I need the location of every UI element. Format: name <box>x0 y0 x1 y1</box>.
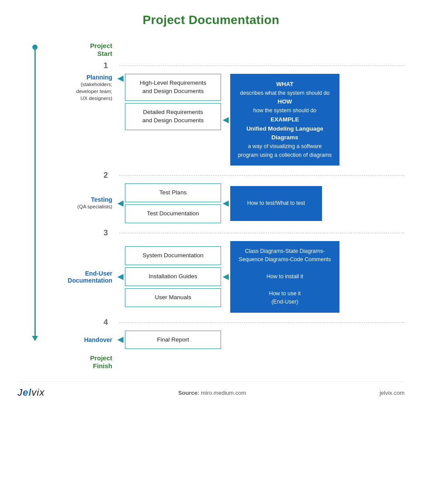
phase-row-4: Handover ◀ Final Report <box>52 331 405 349</box>
page-container: Project Documentation ProjectStart 1 <box>0 0 422 504</box>
start-dot <box>32 45 38 50</box>
phase-info-1: Planning (stakeholders;developer team;UX… <box>52 74 116 102</box>
title-prefix: Project <box>143 13 189 27</box>
sep-4: 4 <box>52 318 405 327</box>
doc-box-4-1: Final Report <box>125 331 221 349</box>
arrow-3b: ◀ <box>221 272 230 281</box>
info-1-what-desc: describes what the system should do <box>240 90 330 96</box>
info-3-use: How to use it(End-User) <box>269 290 301 305</box>
info-3-diagrams: Class Diagrams-State Diagrams-Sequence D… <box>239 248 331 262</box>
arrow-4: ◀ <box>116 335 125 344</box>
title-highlight: Documentation <box>189 13 280 27</box>
step-num-1: 1 <box>99 61 108 70</box>
arrow-3: ◀ <box>116 272 125 281</box>
timeline-line <box>35 49 36 340</box>
doc-box-1-1: High-Level Requirementsand Design Docume… <box>125 74 221 101</box>
arrow-1b: ◀ <box>221 115 230 124</box>
project-start-text: ProjectStart <box>90 42 112 57</box>
project-finish-label: ProjectFinish <box>52 354 116 370</box>
arrow-2: ◀ <box>116 199 125 208</box>
step-num-4: 4 <box>99 318 108 327</box>
info-2-text: How to test/What to test <box>247 199 305 207</box>
doc-box-2-1: Test Plans <box>125 183 221 202</box>
arrow-1: ◀ <box>116 74 125 83</box>
docs-col-2: Test Plans Test Documentation <box>125 183 221 223</box>
page-title: Project Documentation <box>17 13 405 27</box>
dashed-line-2 <box>119 175 405 176</box>
step-num-2: 2 <box>99 171 108 180</box>
footer-url: jelvix.com <box>380 390 405 396</box>
project-finish-text: ProjectFinish <box>90 354 112 369</box>
phase-info-4: Handover <box>52 336 116 343</box>
phase-subtitle-2: (QA specialists) <box>52 203 112 210</box>
sep-3: 3 <box>52 228 405 238</box>
footer: Jelvix Source: miro.medium.com jelvix.co… <box>17 381 405 398</box>
diagram: ProjectStart 1 Planning (stakeholders;de… <box>17 40 405 371</box>
phase-title-4: Handover <box>52 336 112 343</box>
dashed-line-4 <box>119 322 405 323</box>
phase-title-2: Testing <box>52 196 112 203</box>
source-url: miro.medium.com <box>201 390 246 396</box>
doc-box-3-1: System Documentation <box>125 246 221 265</box>
phase-subtitle-1: (stakeholders;developer team;UX designer… <box>52 81 112 102</box>
sep-1: 1 <box>52 61 405 70</box>
content-column: ProjectStart 1 Planning (stakeholders;de… <box>52 40 405 371</box>
info-1-example: EXAMPLE <box>270 116 299 123</box>
info-card-3: Class Diagrams-State Diagrams-Sequence D… <box>230 241 339 313</box>
info-1-uml: Unified Modeling Language Diagrams <box>246 125 323 141</box>
info-1-what: WHAT <box>276 81 294 87</box>
info-3-install: How to install it <box>266 273 303 280</box>
docs-col-4: Final Report <box>125 331 221 349</box>
footer-source: Source: miro.medium.com <box>178 390 246 396</box>
sep-2: 2 <box>52 171 405 180</box>
brand-logo: Jelvix <box>17 387 45 398</box>
info-card-2: How to test/What to test <box>230 186 322 221</box>
phase-info-2: Testing (QA specialists) <box>52 196 116 210</box>
phase-row-1: Planning (stakeholders;developer team;UX… <box>52 74 405 166</box>
doc-box-1-2: Detailed Requirementsand Design Document… <box>125 103 221 130</box>
arrow-2b: ◀ <box>221 199 230 208</box>
info-card-1: WHAT describes what the system should do… <box>230 74 339 166</box>
timeline-column <box>17 40 52 371</box>
step-num-3: 3 <box>99 228 108 238</box>
phase-row-2: Testing (QA specialists) ◀ Test Plans Te… <box>52 183 405 223</box>
doc-box-3-3: User Manuals <box>125 288 221 307</box>
project-start-label: ProjectStart <box>52 42 116 58</box>
finish-arrow <box>32 336 38 341</box>
doc-box-2-2: Test Documentation <box>125 204 221 223</box>
phase-title-1: Planning <box>52 74 112 81</box>
info-1-uml-desc: a way of visualizing a software program … <box>238 143 332 158</box>
project-finish-row: ProjectFinish <box>52 354 405 370</box>
info-1-how-desc: how the system should do <box>253 107 317 114</box>
doc-box-3-2: Installation Guides <box>125 267 221 286</box>
docs-col-1: High-Level Requirementsand Design Docume… <box>125 74 221 130</box>
project-start-row: ProjectStart <box>52 42 405 58</box>
phase-row-3: End-UserDocumentation ◀ System Documenta… <box>52 241 405 313</box>
dashed-line-1 <box>119 66 405 66</box>
dashed-line-3 <box>119 233 405 233</box>
docs-col-3: System Documentation Installation Guides… <box>125 246 221 307</box>
info-1-how: HOW <box>278 98 292 105</box>
phase-info-3: End-UserDocumentation <box>52 270 116 284</box>
phase-title-3: End-UserDocumentation <box>52 270 112 284</box>
source-label: Source: <box>178 390 199 396</box>
